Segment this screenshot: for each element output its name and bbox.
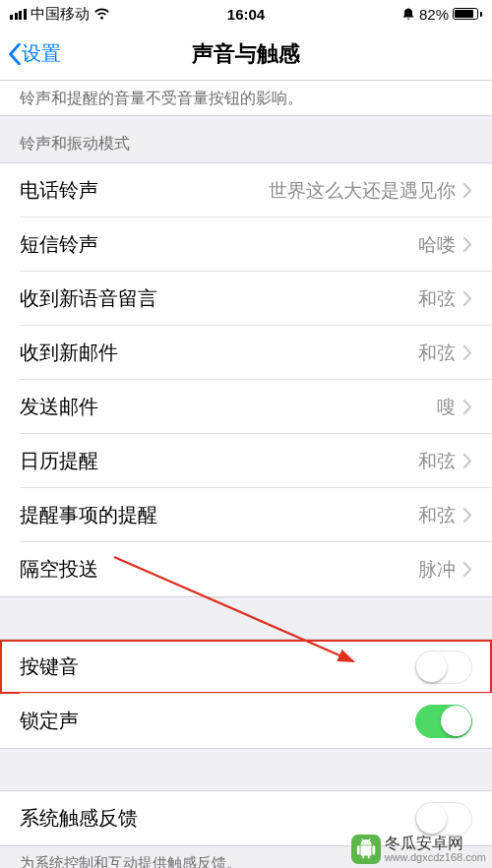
lock-sound-row: 锁定声 <box>0 694 492 748</box>
ringtone-section-header: 铃声和振动模式 <box>0 116 492 162</box>
keyboard-clicks-row: 按键音 <box>0 640 492 694</box>
ringtone-label: 电话铃声 <box>20 177 98 204</box>
voicemail-row[interactable]: 收到新语音留言 和弦 <box>0 272 492 326</box>
calendar-row[interactable]: 日历提醒 和弦 <box>0 434 492 488</box>
sounds-switch-group: 按键音 锁定声 <box>0 639 492 749</box>
nav-bar: 设置 声音与触感 <box>0 28 492 81</box>
text-tone-value: 哈喽 <box>418 232 456 258</box>
watermark-icon <box>351 835 381 864</box>
lock-sound-toggle[interactable] <box>415 705 472 738</box>
system-haptics-label: 系统触感反馈 <box>20 805 138 832</box>
reminders-row[interactable]: 提醒事项的提醒 和弦 <box>0 488 492 542</box>
sent-mail-label: 发送邮件 <box>20 394 98 420</box>
system-haptics-toggle[interactable] <box>415 802 472 836</box>
status-bar: 中国移动 16:04 82% <box>0 0 492 28</box>
new-mail-row[interactable]: 收到新邮件 和弦 <box>0 326 492 380</box>
status-right: 82% <box>401 6 482 23</box>
chevron-right-icon <box>463 454 472 468</box>
sent-mail-value: 嗖 <box>437 395 456 420</box>
voicemail-label: 收到新语音留言 <box>20 285 157 312</box>
ringtone-row[interactable]: 电话铃声 世界这么大还是遇见你 <box>0 163 492 217</box>
chevron-right-icon <box>463 237 472 252</box>
page-title: 声音与触感 <box>0 39 492 69</box>
status-left: 中国移动 <box>10 5 110 24</box>
chevron-right-icon <box>463 291 472 306</box>
new-mail-label: 收到新邮件 <box>20 340 118 366</box>
signal-icon <box>10 9 27 20</box>
chevron-right-icon <box>463 400 472 414</box>
calendar-value: 和弦 <box>418 449 456 474</box>
new-mail-value: 和弦 <box>418 341 456 366</box>
volume-helper-text: 铃声和提醒的音量不受音量按钮的影响。 <box>0 81 492 116</box>
battery-percent: 82% <box>419 6 449 23</box>
ringtone-value: 世界这么大还是遇见你 <box>269 178 456 204</box>
chevron-left-icon <box>8 43 22 65</box>
watermark: 冬瓜安卓网 www.dgxcdz168.com <box>351 835 486 864</box>
alarm-icon <box>401 7 415 21</box>
sent-mail-row[interactable]: 发送邮件 嗖 <box>0 380 492 434</box>
chevron-right-icon <box>463 345 472 360</box>
keyboard-clicks-label: 按键音 <box>20 653 79 680</box>
reminders-label: 提醒事项的提醒 <box>20 502 157 528</box>
ringtone-group: 电话铃声 世界这么大还是遇见你 短信铃声 哈喽 收到新语音留言 和弦 收到新邮件… <box>0 162 492 597</box>
chevron-right-icon <box>463 183 472 198</box>
lock-sound-label: 锁定声 <box>20 708 79 734</box>
chevron-right-icon <box>463 562 472 577</box>
chevron-right-icon <box>463 508 472 523</box>
keyboard-clicks-toggle[interactable] <box>415 651 472 684</box>
text-tone-label: 短信铃声 <box>20 231 98 258</box>
back-button[interactable]: 设置 <box>0 40 61 67</box>
carrier-label: 中国移动 <box>31 5 90 24</box>
calendar-label: 日历提醒 <box>20 448 98 474</box>
back-label: 设置 <box>22 40 61 67</box>
watermark-url: www.dgxcdz168.com <box>385 851 486 863</box>
reminders-value: 和弦 <box>418 503 456 528</box>
watermark-title: 冬瓜安卓网 <box>385 836 486 852</box>
voicemail-value: 和弦 <box>418 286 456 312</box>
wifi-icon <box>93 8 110 21</box>
airdrop-value: 脉冲 <box>418 557 456 583</box>
text-tone-row[interactable]: 短信铃声 哈喽 <box>0 217 492 272</box>
battery-icon <box>453 8 482 20</box>
airdrop-label: 隔空投送 <box>20 556 98 583</box>
airdrop-row[interactable]: 隔空投送 脉冲 <box>0 542 492 596</box>
